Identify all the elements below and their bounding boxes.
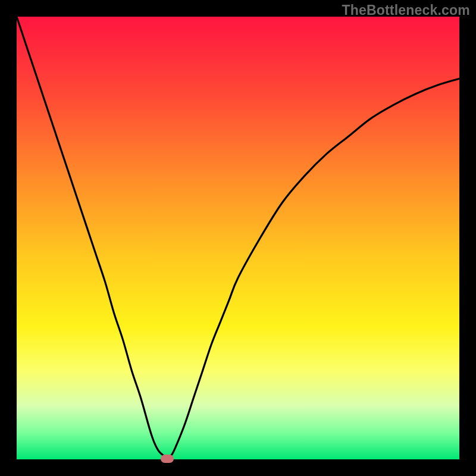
bottleneck-curve [17, 17, 459, 459]
chart-plot-area [17, 17, 459, 459]
chart-frame: TheBottleneck.com [0, 0, 476, 476]
optimal-point-marker [161, 455, 174, 463]
watermark-text: TheBottleneck.com [342, 2, 470, 18]
